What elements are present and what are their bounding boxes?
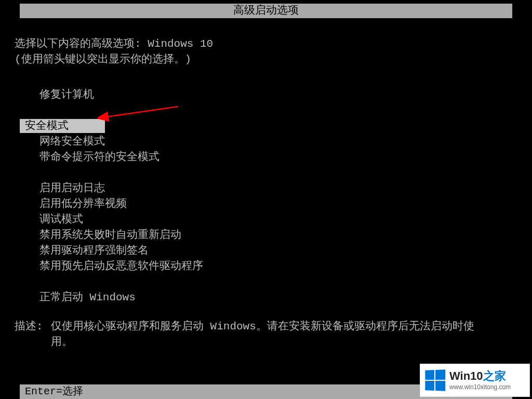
description-section: 描述: 仅使用核心驱动程序和服务启动 Windows。请在安装新设备或驱动程序后… <box>15 319 485 350</box>
selected-highlight: 安全模式 <box>20 119 105 133</box>
menu-item-disable-driver-sig[interactable]: 禁用驱动程序强制签名 <box>15 243 517 259</box>
watermark-title: Win10之家 <box>449 370 511 382</box>
instruction-line-2: (使用箭头键以突出显示你的选择。) <box>15 52 517 68</box>
title-bar: 高级启动选项 <box>20 4 512 18</box>
menu-item-repair[interactable]: 修复计算机 <box>15 87 517 103</box>
instruction-line-1: 选择以下内容的高级选项: Windows 10 <box>15 36 517 52</box>
menu-item-disable-auto-restart[interactable]: 禁用系统失败时自动重新启动 <box>15 228 517 243</box>
description-text: 仅使用核心驱动程序和服务启动 Windows。请在安装新设备或驱动程序后无法启动… <box>51 319 485 350</box>
menu-item-boot-log[interactable]: 启用启动日志 <box>15 181 517 196</box>
menu-item-safe-mode[interactable]: 安全模式 <box>15 118 517 134</box>
watermark-text: Win10之家 www.win10xitong.com <box>449 370 511 390</box>
menu-item-safe-mode-network[interactable]: 网络安全模式 <box>15 134 517 150</box>
menu-item-debug[interactable]: 调试模式 <box>15 212 517 228</box>
menu-item-disable-antimalware[interactable]: 禁用预先启动反恶意软件驱动程序 <box>15 259 517 274</box>
boot-menu: 修复计算机 安全模式 网络安全模式 带命令提示符的安全模式 启用启动日志 启用低… <box>15 87 517 305</box>
description-label: 描述: <box>15 319 43 335</box>
watermark-url: www.win10xitong.com <box>449 384 511 391</box>
menu-item-low-res[interactable]: 启用低分辨率视频 <box>15 196 517 212</box>
menu-item-normal-start[interactable]: 正常启动 Windows <box>15 290 517 305</box>
menu-item-safe-mode-cmd[interactable]: 带命令提示符的安全模式 <box>15 150 517 165</box>
boot-menu-content: 选择以下内容的高级选项: Windows 10 (使用箭头键以突出显示你的选择。… <box>15 36 517 305</box>
windows-logo-icon <box>425 369 445 391</box>
watermark: Win10之家 www.win10xitong.com <box>420 364 530 397</box>
